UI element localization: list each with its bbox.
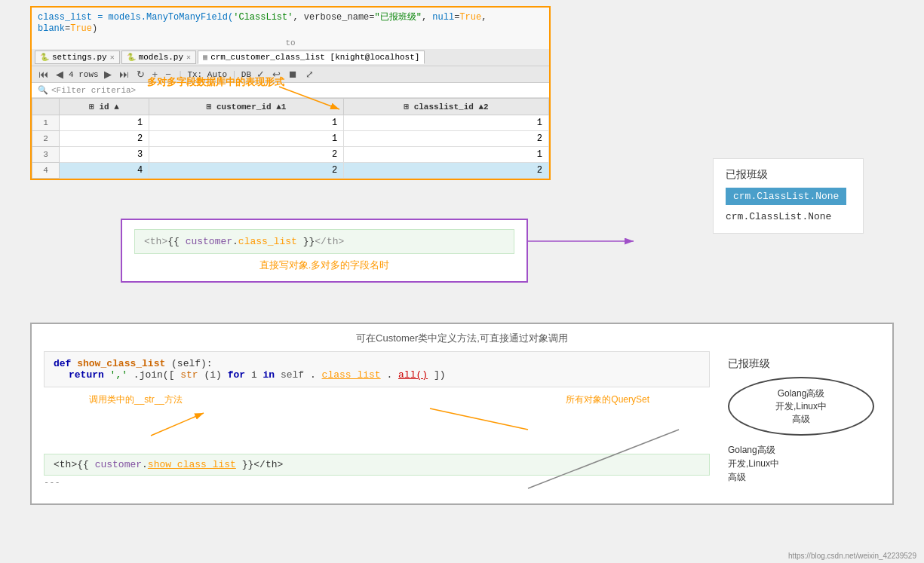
- code-rest: ,: [422, 12, 432, 23]
- template-field: class_list: [238, 236, 297, 247]
- bottom-right-normal-value: Golang高级开发,Linux中高级: [728, 442, 874, 485]
- col-customer-header[interactable]: ⊞ customer_id ▲1: [149, 99, 344, 115]
- bottom-tag-close: </th>: [253, 459, 283, 470]
- row-4-num: 4: [32, 163, 60, 179]
- bottom-section: 可在Customer类中定义方法,可直接通过对象调用 def show_clas…: [30, 323, 894, 505]
- rows-count: 4 rows: [69, 70, 99, 79]
- row-4-classlist: 2: [344, 163, 549, 179]
- col-id-icon: ⊞: [89, 103, 94, 112]
- col-id-header[interactable]: ⊞ id ▲: [60, 99, 149, 115]
- toolbar-refresh-btn[interactable]: ↻: [134, 68, 147, 81]
- toolbar-last-btn[interactable]: ⏭: [117, 68, 131, 81]
- fn-paren: (self):: [171, 358, 213, 369]
- dot1: .: [310, 369, 316, 381]
- row-4-id: 4: [60, 163, 149, 179]
- code-true2: True: [70, 23, 92, 34]
- toolbar-check-btn[interactable]: ✓: [254, 68, 267, 81]
- tab-models-close[interactable]: ✕: [186, 53, 191, 62]
- str-val: ',': [110, 369, 127, 381]
- code-comma: , verbose_name=: [293, 12, 374, 23]
- right-top-panel: 已报班级 crm.ClassList.None crm.ClassList.No…: [713, 158, 864, 234]
- toolbar-add-btn[interactable]: +: [150, 68, 161, 81]
- toolbar-stop-btn[interactable]: ⏹: [286, 68, 300, 81]
- row-1-classlist: 1: [344, 115, 549, 131]
- tab-settings[interactable]: 🐍 settings.py ✕: [35, 50, 120, 64]
- toolbar-delete-btn[interactable]: −: [163, 68, 173, 81]
- dot-join: .join([: [134, 369, 175, 381]
- bottom-right-circle-value: Golang高级开发,Linux中高级: [728, 377, 874, 436]
- code-to-label: to: [32, 37, 549, 49]
- tab-models[interactable]: 🐍 models.py ✕: [121, 50, 196, 64]
- table-row: 2 2 1 2: [32, 131, 549, 147]
- table-row: 3 3 2 1: [32, 147, 549, 163]
- toolbar-next-btn[interactable]: ▶: [102, 68, 114, 81]
- right-top-title: 已报班级: [726, 168, 851, 182]
- annotation-str-method: 调用类中的__str__方法: [89, 393, 183, 406]
- code-null: null: [432, 12, 454, 23]
- template-open: {{: [167, 236, 180, 247]
- db-toolbar: ⏮ ◀ 4 rows ▶ ⏭ ↻ + − | Tx: Auto | DB ✓ ↩…: [32, 66, 549, 83]
- row-1-num: 1: [32, 115, 60, 131]
- code-annotation-area: 调用类中的__str__方法 所有对象的QuerySet: [44, 393, 710, 424]
- fn-body: (i): [204, 369, 227, 381]
- kw-return: return: [69, 369, 110, 381]
- bottom-template-code: <th>{{ customer.show_class_list }}</th>: [44, 454, 710, 476]
- tab-db-label: crm_customer_class_list [knight@localhos…: [210, 53, 419, 62]
- col-customer-icon: ⊞: [207, 103, 212, 112]
- code-line-2: return ',' .join([ str (i) for i in self…: [54, 369, 700, 381]
- row-2-customer: 1: [149, 131, 344, 147]
- toolbar-sep1: |: [178, 70, 183, 79]
- row-3-classlist: 1: [344, 147, 549, 163]
- bottom-template-dot: .: [142, 459, 148, 470]
- row-2-classlist: 2: [344, 131, 549, 147]
- bottom-title: 可在Customer类中定义方法,可直接通过对象调用: [44, 332, 880, 345]
- template-close: }}: [297, 236, 315, 247]
- code-blank: blank: [38, 23, 65, 34]
- toolbar-prev-btn[interactable]: ◀: [54, 68, 66, 81]
- class-list-ref: class_list: [322, 369, 381, 381]
- row-2-id: 2: [60, 131, 149, 147]
- template-code-block: <th>{{ customer.class_list }}</th>: [134, 229, 514, 254]
- right-top-value-highlight: crm.ClassList.None: [726, 188, 846, 205]
- filter-bar: 🔍 <Filter criteria>: [32, 83, 549, 98]
- bottom-right-title: 已报班级: [728, 357, 874, 371]
- row-4-customer: 2: [149, 163, 344, 179]
- tx-label: Tx: Auto: [187, 70, 227, 79]
- code-line-1: def show_class_list (self):: [54, 358, 700, 369]
- template-dot: .: [232, 236, 238, 247]
- bottom-left-content: def show_class_list (self): return ',' .…: [44, 351, 710, 491]
- code-true1: True: [459, 12, 481, 23]
- db-label: DB: [241, 70, 251, 79]
- loop-var: i: [251, 369, 263, 381]
- table-row-selected: 4 4 2 2: [32, 163, 549, 179]
- method-code-block: def show_class_list (self): return ',' .…: [44, 351, 710, 387]
- col-classlist-icon: ⊞: [404, 103, 409, 112]
- tab-bar: 🐍 settings.py ✕ 🐍 models.py ✕ ▦ crm_cust…: [32, 49, 549, 66]
- bracket-close: ]): [434, 369, 446, 381]
- code-close: ): [92, 23, 97, 34]
- right-top-value-normal: crm.ClassList.None: [726, 210, 851, 224]
- tab-db[interactable]: ▦ crm_customer_class_list [knight@localh…: [198, 50, 425, 64]
- code-comma2: ,: [481, 12, 487, 23]
- filter-placeholder[interactable]: <Filter criteria>: [51, 86, 136, 95]
- code-ellipsis: ---: [44, 477, 710, 488]
- tab-settings-close[interactable]: ✕: [110, 53, 115, 62]
- code-header-line: class_list = models.ManyToManyField('Cla…: [32, 8, 549, 37]
- col-classlist-label: classlist_id ▲2: [414, 103, 489, 112]
- col-classlist-header[interactable]: ⊞ classlist_id ▲2: [344, 99, 549, 115]
- kw-in: in: [263, 369, 275, 381]
- toolbar-first-btn[interactable]: ⏮: [36, 68, 51, 81]
- row-3-id: 3: [60, 147, 149, 163]
- bottom-template-open: {{: [77, 459, 89, 470]
- toolbar-expand-btn[interactable]: ⤢: [303, 68, 316, 81]
- tab-settings-label: settings.py: [52, 53, 107, 62]
- kw-def: def: [54, 358, 71, 369]
- self-ref: self: [281, 369, 304, 381]
- col-id-label: id ▲: [99, 103, 118, 112]
- code-arg1: 'ClassList': [233, 12, 293, 23]
- toolbar-undo-btn[interactable]: ↩: [270, 68, 283, 81]
- top-db-section: class_list = models.ManyToManyField('Cla…: [30, 6, 551, 180]
- bottom-right-panel: 已报班级 Golang高级开发,Linux中高级 Golang高级开发,Linu…: [722, 351, 880, 491]
- code-vn: "已报班级": [375, 12, 422, 23]
- tab-models-label: models.py: [139, 53, 183, 62]
